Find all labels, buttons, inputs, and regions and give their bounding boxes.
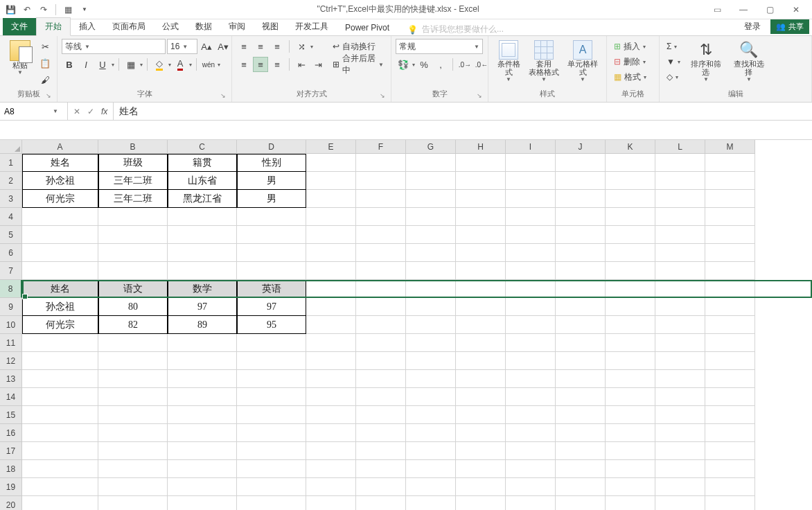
cell[interactable] [506, 190, 556, 208]
cell[interactable] [237, 262, 306, 280]
align-left-icon[interactable]: ≡ [236, 57, 251, 72]
cell[interactable] [406, 424, 456, 442]
font-color-icon[interactable]: A [173, 57, 188, 72]
cell[interactable] [556, 406, 606, 424]
cell[interactable] [456, 496, 506, 510]
cell[interactable] [306, 190, 356, 208]
cell[interactable] [356, 208, 406, 226]
cell[interactable] [456, 388, 506, 406]
cell[interactable] [556, 262, 606, 280]
cell[interactable] [506, 424, 556, 442]
column-header[interactable]: C [168, 140, 237, 154]
cell[interactable] [556, 226, 606, 244]
italic-button[interactable]: I [78, 57, 94, 72]
cell[interactable] [237, 208, 306, 226]
align-right-icon[interactable]: ≡ [270, 57, 285, 72]
cell[interactable] [456, 406, 506, 424]
cell-styles-button[interactable]: 单元格样式▼ [563, 39, 602, 84]
cell[interactable] [556, 190, 606, 208]
decrease-indent-icon[interactable]: ⇤ [294, 57, 309, 72]
undo-icon[interactable]: ↶ [21, 3, 33, 16]
row-header[interactable]: 15 [0, 406, 22, 424]
cell[interactable]: 性别 [237, 154, 306, 172]
close-icon[interactable]: ✕ [784, 3, 808, 17]
cell[interactable] [306, 424, 356, 442]
cell[interactable] [506, 442, 556, 460]
cell[interactable] [406, 460, 456, 478]
tab-formulas[interactable]: 公式 [154, 18, 187, 35]
cell[interactable] [356, 442, 406, 460]
cell[interactable] [556, 496, 606, 510]
cell[interactable] [705, 496, 755, 510]
tab-view[interactable]: 视图 [254, 18, 287, 35]
orientation-icon[interactable]: ⤮ [294, 39, 309, 54]
cell[interactable] [406, 406, 456, 424]
ribbon-options-icon[interactable]: ▭ [705, 3, 729, 17]
cell[interactable] [356, 496, 406, 510]
cell[interactable] [655, 298, 705, 316]
enter-formula-icon[interactable]: ✓ [87, 107, 94, 116]
cell[interactable] [406, 352, 456, 370]
cell[interactable] [705, 352, 755, 370]
cell[interactable] [237, 442, 306, 460]
cell[interactable] [98, 460, 168, 478]
cell[interactable] [22, 478, 98, 496]
cell[interactable] [22, 424, 98, 442]
cell[interactable] [456, 352, 506, 370]
cell[interactable] [356, 460, 406, 478]
cell[interactable] [456, 478, 506, 496]
cell[interactable] [506, 280, 556, 298]
cell[interactable] [506, 154, 556, 172]
cell[interactable] [306, 316, 356, 334]
cell[interactable] [168, 262, 237, 280]
cell[interactable] [506, 478, 556, 496]
cell[interactable] [168, 226, 237, 244]
cell[interactable]: 三年二班 [98, 172, 168, 190]
cell[interactable] [306, 496, 356, 510]
underline-button[interactable]: U [95, 57, 110, 72]
column-header[interactable]: K [606, 140, 655, 154]
cell[interactable] [655, 208, 705, 226]
cell[interactable] [606, 388, 655, 406]
cell[interactable] [356, 190, 406, 208]
cell[interactable] [506, 352, 556, 370]
cell[interactable] [506, 460, 556, 478]
cell[interactable] [655, 370, 705, 388]
cell[interactable] [406, 478, 456, 496]
name-box[interactable]: ▼ [0, 103, 68, 120]
cell[interactable]: 山东省 [168, 172, 237, 190]
cell[interactable] [456, 298, 506, 316]
cell[interactable] [606, 298, 655, 316]
format-cells-button[interactable]: ▦格式▾ [611, 69, 649, 85]
cell[interactable] [606, 478, 655, 496]
cell[interactable] [168, 370, 237, 388]
cell[interactable]: 姓名 [22, 280, 98, 298]
tab-insert[interactable]: 插入 [71, 18, 104, 35]
cell[interactable] [237, 244, 306, 262]
cell[interactable] [506, 244, 556, 262]
cell[interactable] [705, 262, 755, 280]
cell[interactable] [306, 208, 356, 226]
row-header[interactable]: 18 [0, 460, 22, 478]
autosum-button[interactable]: Σ▾ [664, 39, 683, 54]
cell[interactable] [356, 352, 406, 370]
cell[interactable] [705, 190, 755, 208]
cell[interactable] [356, 298, 406, 316]
cell[interactable] [22, 442, 98, 460]
row-header[interactable]: 13 [0, 370, 22, 388]
cell[interactable] [506, 298, 556, 316]
cell[interactable] [306, 298, 356, 316]
cell[interactable] [406, 496, 456, 510]
cell[interactable] [705, 370, 755, 388]
cell[interactable] [655, 496, 705, 510]
cell[interactable] [237, 226, 306, 244]
tab-powerpivot[interactable]: Power Pivot [337, 20, 398, 35]
cell[interactable]: 孙念祖 [22, 172, 98, 190]
cell[interactable]: 男 [237, 190, 306, 208]
align-bottom-icon[interactable]: ≡ [270, 39, 285, 54]
cell[interactable] [237, 460, 306, 478]
cell[interactable] [356, 388, 406, 406]
cell[interactable] [406, 370, 456, 388]
row-header[interactable]: 17 [0, 442, 22, 460]
format-as-table-button[interactable]: 套用 表格格式▼ [524, 39, 563, 84]
